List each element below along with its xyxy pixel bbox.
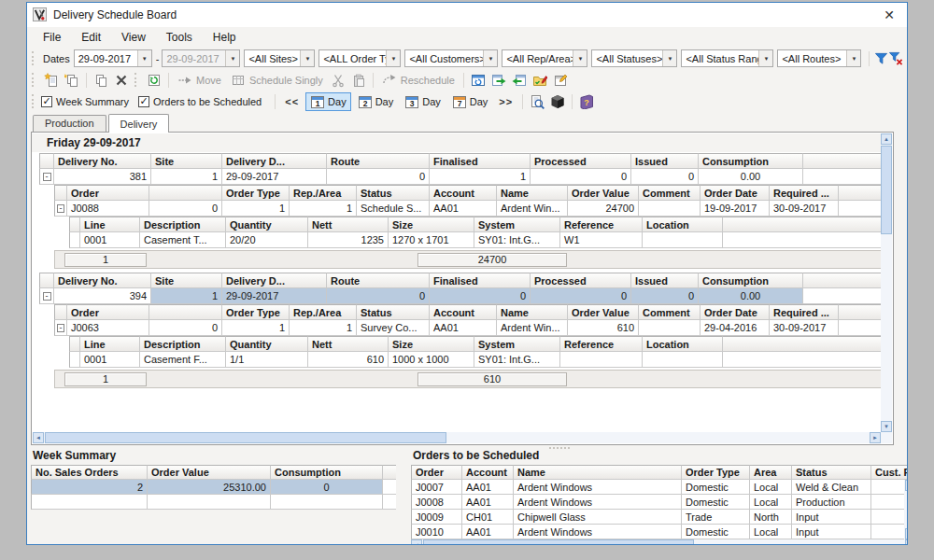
chevron-down-icon[interactable]: ▼	[225, 50, 239, 66]
column-header[interactable]: Order	[411, 465, 462, 480]
orders-horizontal-scrollbar[interactable]: ◄►	[411, 539, 908, 545]
paste-button[interactable]	[348, 71, 369, 90]
cell[interactable]: 1	[290, 320, 357, 336]
order-row[interactable]: -J0063011Survey Co...AA01Ardent Win...61…	[54, 320, 882, 336]
cell[interactable]	[871, 495, 908, 510]
column-header[interactable]: System	[474, 336, 560, 352]
column-header[interactable]: Status	[792, 465, 871, 480]
tab-production[interactable]: Production	[33, 115, 106, 132]
cell[interactable]: 0.00	[699, 288, 803, 304]
cell[interactable]: 0.00	[699, 169, 803, 185]
column-header[interactable]: Comment	[639, 185, 700, 201]
cell[interactable]: Chipwell Glass	[514, 510, 682, 525]
column-header[interactable]: Finalised	[430, 153, 531, 169]
column-header[interactable]: Comment	[639, 304, 700, 320]
column-header[interactable]: Required ...	[770, 304, 839, 320]
help-button[interactable]: ?	[576, 92, 597, 111]
customers-filter[interactable]: <All Customers>▼	[404, 49, 498, 67]
column-header[interactable]: Account	[462, 465, 514, 480]
cell[interactable]: 19-09-2017	[700, 201, 770, 217]
scroll-left-arrow[interactable]: ◄	[33, 432, 44, 443]
add-delivery-button[interactable]	[41, 71, 62, 90]
cell[interactable]: 0	[149, 201, 222, 217]
view-1-day-button[interactable]: 1Day	[305, 92, 351, 111]
chevron-down-icon[interactable]: ▼	[300, 50, 314, 66]
menu-item-tools[interactable]: Tools	[156, 29, 203, 46]
column-header[interactable]: Order Value	[568, 304, 639, 320]
column-header[interactable]: Name	[497, 304, 568, 320]
scroll-left-arrow[interactable]: ◄	[411, 539, 422, 545]
cell[interactable]: Production	[792, 495, 871, 510]
column-header[interactable]: Order Type	[222, 304, 290, 320]
routes-filter[interactable]: <All Routes>▼	[777, 49, 861, 67]
rep-area-filter[interactable]: <All Rep/Area>▼	[502, 49, 587, 67]
column-header[interactable]: Finalised	[430, 273, 531, 288]
column-header[interactable]	[149, 185, 222, 201]
cell[interactable]	[871, 525, 908, 539]
column-header[interactable]: Area	[750, 465, 792, 480]
chevron-down-icon[interactable]: ▼	[662, 50, 676, 66]
cell[interactable]: Domestic	[682, 495, 750, 510]
scroll-right-arrow[interactable]: ►	[905, 539, 908, 545]
cell[interactable]: 29-09-2017	[222, 288, 327, 304]
column-header[interactable]: Location	[643, 336, 723, 352]
cell[interactable]: J0009	[411, 510, 462, 525]
week-summary-toggle-checkbox[interactable]: ✓	[41, 96, 52, 107]
cell[interactable]: North	[750, 510, 792, 525]
export-button[interactable]	[488, 71, 509, 90]
week-empty-row[interactable]	[31, 495, 396, 510]
cell[interactable]: 24700	[568, 201, 639, 217]
column-header[interactable]: Quantity	[226, 217, 308, 232]
cell[interactable]: Weld & Clean	[792, 480, 871, 495]
date-to-picker[interactable]: 29-09-2017▼	[162, 49, 240, 67]
cell[interactable]: Trade	[682, 510, 750, 525]
scroll-down-arrow[interactable]: ▼	[905, 528, 909, 539]
orders-to-be-scheduled-toggle-checkbox[interactable]: ✓	[138, 96, 149, 107]
column-header[interactable]: Description	[140, 336, 226, 352]
line-row[interactable]: 0001Casement F...1/16101000 x 1000SY01: …	[69, 352, 882, 368]
delivery-row[interactable]: -381129-09-201701000.00	[39, 169, 882, 185]
column-header[interactable]: Order Value	[568, 185, 639, 201]
cell[interactable]: Input	[792, 510, 871, 525]
column-header[interactable]: Order Type	[222, 185, 290, 201]
cell[interactable]: 30-09-2017	[770, 320, 839, 336]
delivery-row[interactable]: -394129-09-201700000.00	[39, 288, 882, 304]
cell[interactable]: AA01	[462, 525, 514, 539]
cell[interactable]: Casement F...	[140, 352, 226, 368]
column-header[interactable]: Route	[327, 273, 430, 288]
column-header[interactable]: Delivery No.	[54, 153, 151, 169]
collapse-toggle[interactable]: -	[43, 292, 51, 301]
collapse-toggle[interactable]: -	[57, 204, 64, 213]
delete-button[interactable]	[111, 71, 132, 90]
cut-button[interactable]	[328, 71, 348, 90]
cell[interactable]	[560, 352, 643, 368]
cell[interactable]	[271, 495, 383, 510]
cell[interactable]: Local	[750, 495, 792, 510]
cell[interactable]: Casement T...	[140, 232, 226, 248]
column-header[interactable]: Account	[430, 185, 497, 201]
menu-item-view[interactable]: View	[111, 29, 156, 46]
amend-button[interactable]	[530, 71, 550, 90]
grid-horizontal-scrollbar[interactable]: ◄►	[33, 432, 881, 443]
view-2-day-button[interactable]: 2Day	[353, 92, 399, 111]
orders-row[interactable]: J0008AA01Ardent WindowsDomesticLocalProd…	[411, 495, 908, 510]
cell[interactable]	[639, 320, 700, 336]
cell[interactable]: Ardent Windows	[514, 525, 682, 539]
sites-filter[interactable]: <All Sites>▼	[244, 49, 315, 67]
cell[interactable]: 1/1	[226, 352, 308, 368]
cell[interactable]: Local	[750, 525, 792, 539]
splitter-grip[interactable]	[549, 447, 570, 452]
cell[interactable]: 0001	[80, 352, 140, 368]
cell[interactable]: 25310.00	[148, 480, 271, 495]
cell[interactable]: 0	[327, 169, 430, 185]
column-header[interactable]: Line	[80, 336, 140, 352]
cell[interactable]	[31, 495, 148, 510]
orders-row[interactable]: J0009CH01Chipwell GlassTradeNorthInput	[411, 510, 908, 525]
cell[interactable]: Ardent Windows	[514, 480, 682, 495]
cell[interactable]: 0	[430, 288, 531, 304]
cell[interactable]	[643, 232, 723, 248]
properties-button[interactable]	[550, 71, 571, 90]
column-header[interactable]: Route	[327, 153, 430, 169]
cell[interactable]: Ardent Win...	[497, 320, 568, 336]
column-header[interactable]: Location	[643, 217, 723, 232]
